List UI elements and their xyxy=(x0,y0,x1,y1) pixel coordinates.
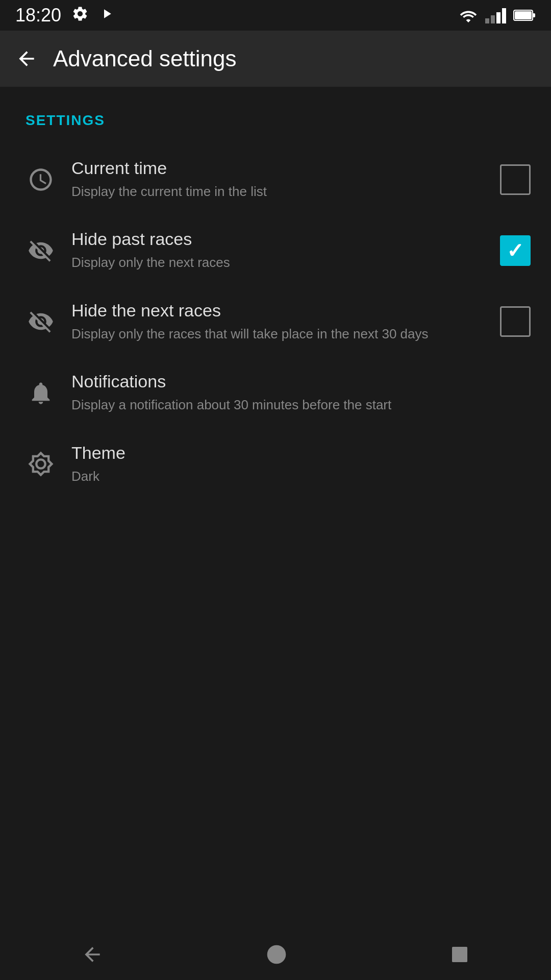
nav-back-button[interactable] xyxy=(81,943,104,966)
eye-off-past-icon xyxy=(20,237,61,264)
clock-icon xyxy=(20,166,61,193)
nav-recent-button[interactable] xyxy=(449,944,470,965)
notifications-title: Notifications xyxy=(71,372,520,391)
status-bar: 18:20 xyxy=(0,0,551,31)
hide-next-races-subtitle: Display only the races that will take pl… xyxy=(71,325,490,343)
status-left: 18:20 xyxy=(15,5,114,26)
notifications-item[interactable]: Notifications Display a notification abo… xyxy=(0,357,551,428)
theme-item[interactable]: Theme Dark xyxy=(0,429,551,500)
back-button[interactable] xyxy=(15,47,38,70)
status-right xyxy=(459,7,536,23)
brightness-icon xyxy=(20,451,61,477)
settings-content: SETTINGS Current time Display the curren… xyxy=(0,87,551,515)
status-time: 18:20 xyxy=(15,5,61,26)
theme-subtitle: Dark xyxy=(71,467,520,485)
eye-off-next-icon xyxy=(20,308,61,335)
bell-icon xyxy=(20,380,61,406)
play-store-icon xyxy=(99,6,114,25)
notifications-subtitle: Display a notification about 30 minutes … xyxy=(71,396,520,414)
svg-point-3 xyxy=(267,945,286,964)
hide-past-races-subtitle: Display only the next races xyxy=(71,253,490,272)
hide-past-races-item[interactable]: Hide past races Display only the next ra… xyxy=(0,215,551,286)
app-bar: Advanced settings xyxy=(0,31,551,87)
current-time-subtitle: Display the current time in the list xyxy=(71,182,490,201)
hide-past-races-checkbox[interactable]: ✓ xyxy=(500,235,531,266)
current-time-text: Current time Display the current time in… xyxy=(61,158,500,201)
hide-past-races-title: Hide past races xyxy=(71,229,490,249)
theme-text: Theme Dark xyxy=(61,443,531,485)
nav-home-button[interactable] xyxy=(265,943,288,966)
current-time-item[interactable]: Current time Display the current time in… xyxy=(0,144,551,215)
signal-icon xyxy=(485,7,506,23)
svg-rect-2 xyxy=(533,13,535,17)
svg-rect-1 xyxy=(515,11,532,19)
current-time-title: Current time xyxy=(71,158,490,178)
hide-next-races-item[interactable]: Hide the next races Display only the rac… xyxy=(0,286,551,357)
theme-title: Theme xyxy=(71,443,520,463)
wifi-icon xyxy=(459,8,478,22)
hide-past-races-text: Hide past races Display only the next ra… xyxy=(61,229,500,272)
current-time-checkbox[interactable] xyxy=(500,164,531,195)
settings-gear-icon xyxy=(71,5,89,26)
svg-rect-4 xyxy=(452,947,467,962)
hide-next-races-checkbox[interactable] xyxy=(500,306,531,337)
page-title: Advanced settings xyxy=(53,46,237,71)
section-header: SETTINGS xyxy=(0,102,551,144)
notifications-text: Notifications Display a notification abo… xyxy=(61,372,531,414)
bottom-nav xyxy=(0,929,551,980)
checkmark-icon: ✓ xyxy=(507,239,524,262)
hide-next-races-text: Hide the next races Display only the rac… xyxy=(61,301,500,343)
hide-next-races-title: Hide the next races xyxy=(71,301,490,321)
battery-icon xyxy=(513,9,536,22)
